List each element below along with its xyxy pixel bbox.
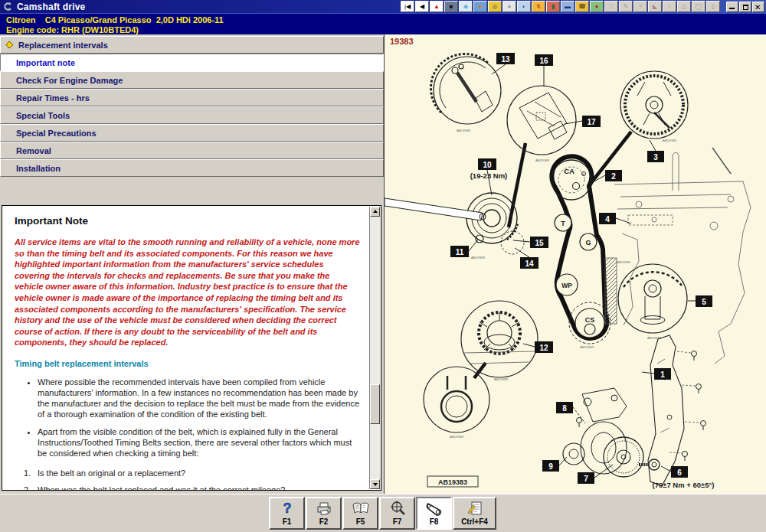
window-controls: ✕	[725, 2, 764, 12]
vehicle-name: Citroen C4 Picasso/Grand Picasso 2,0D HD…	[6, 15, 766, 25]
callout-11: 11	[450, 246, 469, 257]
callout-17: 17	[582, 116, 601, 127]
camshaft-sprocket	[620, 71, 688, 139]
list-item: Is the belt an original or a replacement…	[38, 468, 360, 478]
scrollbar-thumb[interactable]	[370, 384, 380, 424]
sidebar-item-special-precautions[interactable]: Special Precautions	[0, 124, 384, 142]
bulb-icon[interactable]: ○	[663, 1, 676, 12]
callout-13: 13	[496, 53, 515, 64]
electrics-icon[interactable]: ↯	[532, 1, 545, 12]
bodywork-icon[interactable]: ▮	[546, 1, 560, 12]
phone-icon[interactable]: ☎	[575, 1, 589, 12]
callout-7: 7	[578, 472, 594, 484]
eraser-icon[interactable]: □	[604, 1, 618, 12]
repair-icon[interactable]: ✎	[619, 1, 633, 12]
callout-2: 2	[605, 170, 622, 181]
towing-icon[interactable]: ♦	[590, 1, 604, 12]
callout-8: 8	[556, 402, 573, 413]
svg-text:15: 15	[535, 239, 544, 247]
help-button[interactable]: ? F1	[269, 497, 305, 530]
belt-label-wp: WP	[561, 282, 572, 289]
callout-3: 3	[647, 151, 664, 162]
autodata-logo-icon	[3, 2, 14, 11]
restore-button[interactable]	[739, 2, 751, 12]
svg-text:13: 13	[501, 55, 510, 64]
hazard-icon[interactable]: △	[677, 1, 691, 12]
titlebar-toolbar: |◀ ◀ ▲ ■ ◆ ● ◎ ● ◐ ↯ ▮ ▬ ☎ ♦ □ ✎	[401, 1, 721, 12]
print-icon	[315, 498, 333, 517]
content-scrollbar[interactable]	[369, 207, 380, 489]
minimize-button[interactable]	[726, 2, 738, 12]
tyres-icon[interactable]: ●	[502, 1, 516, 12]
svg-text:?: ?	[283, 501, 291, 516]
manuals-button[interactable]: F5	[342, 497, 378, 530]
warning-icon[interactable]: ▲	[430, 1, 444, 12]
question-list: Is the belt an original or a replacement…	[38, 468, 360, 491]
parts-icon[interactable]: ◯	[692, 1, 705, 12]
detail-circle-13	[430, 54, 501, 124]
svg-text:10: 10	[483, 161, 492, 169]
callout-15: 15	[530, 237, 548, 248]
warning-paragraph: All service items are vital to the smoot…	[15, 237, 360, 348]
ref-label: AB19383	[494, 377, 509, 381]
seat-icon[interactable]: ◣	[648, 1, 662, 12]
scroll-down-icon[interactable]	[370, 479, 380, 489]
ring-tool-detail	[424, 367, 489, 432]
monitor-icon[interactable]: ■	[444, 1, 458, 12]
print-button[interactable]: F2	[306, 497, 342, 530]
diagram-panel: 19383 AB19383	[385, 34, 766, 494]
content-subheading: Timing belt replacement intervals	[15, 359, 360, 368]
svg-text:4: 4	[605, 215, 610, 224]
sidebar-item-important-note[interactable]: Important note	[0, 54, 384, 71]
magnifier-crosshair-icon	[389, 498, 406, 517]
svg-text:2: 2	[611, 172, 616, 181]
belt-label-g: G	[585, 239, 591, 246]
close-document-button[interactable]: Ctrl+F4	[453, 497, 496, 530]
ref-label: AB19383	[457, 129, 471, 132]
belt-label-cs: CS	[585, 316, 595, 324]
callout-6: 6	[671, 466, 688, 478]
titlebar: Camshaft drive |◀ ◀ ▲ ■ ◆ ● ◎ ● ◐ ↯ ▮ ▬ …	[0, 0, 766, 13]
first-page-icon[interactable]: |◀	[401, 1, 414, 12]
ref-label: AB19383	[535, 158, 550, 162]
close-button[interactable]: ✕	[752, 2, 764, 12]
transport-icon[interactable]: ▬	[561, 1, 574, 12]
ref-label: AB19383	[471, 256, 486, 259]
ref-label: AB19383	[450, 435, 464, 439]
sidebar: Replacement intervals Important note Che…	[0, 34, 385, 494]
svg-text:5: 5	[702, 298, 706, 306]
sidebar-item-check-for-engine-damage[interactable]: Check For Engine Damage	[0, 71, 384, 89]
brakes-icon[interactable]: ◎	[488, 1, 502, 12]
detail-circle-16	[507, 86, 576, 155]
belt-run: CA T G WP CS	[552, 156, 611, 344]
wiring-icon[interactable]: ?	[633, 1, 647, 12]
service-icon[interactable]: ◆	[459, 1, 473, 12]
instruments-icon[interactable]: ◐	[517, 1, 531, 12]
back-icon[interactable]: ◀	[415, 1, 429, 12]
svg-text:17: 17	[587, 118, 596, 126]
book-icon	[352, 498, 370, 517]
sidebar-item-repair-times[interactable]: Repair Times - hrs	[0, 89, 384, 106]
timing-cover	[648, 335, 684, 486]
list-item: Where possible the recommended intervals…	[38, 377, 360, 419]
belt-label-ca: CA	[564, 167, 574, 175]
diamond-arrow-icon	[5, 41, 14, 49]
list-item: When was the belt last replaced and was …	[38, 485, 360, 491]
sidebar-item-installation[interactable]: Installation	[0, 159, 384, 177]
sidebar-item-replacement-intervals[interactable]: Replacement intervals	[0, 36, 384, 54]
sidebar-item-removal[interactable]: Removal	[0, 142, 384, 159]
tensioner-detail	[385, 193, 524, 254]
battery-icon[interactable]: ▯	[706, 1, 720, 12]
scroll-up-icon[interactable]	[370, 207, 380, 217]
callout-12: 12	[535, 341, 553, 353]
inspect-button[interactable]: F7	[379, 497, 415, 530]
sidebar-item-special-tools[interactable]: Special Tools	[0, 106, 384, 124]
svg-text:3: 3	[653, 153, 658, 162]
engine-management-icon[interactable]: ●	[473, 1, 487, 12]
crank-sprocket-detail	[461, 301, 538, 377]
document-pencil-icon	[466, 498, 484, 517]
timing-belt-button[interactable]: F8	[416, 497, 452, 530]
bottom-toolbar: ? F1 F2 F5	[0, 494, 766, 532]
figure-number: 19383	[390, 37, 414, 46]
svg-text:12: 12	[539, 344, 548, 352]
